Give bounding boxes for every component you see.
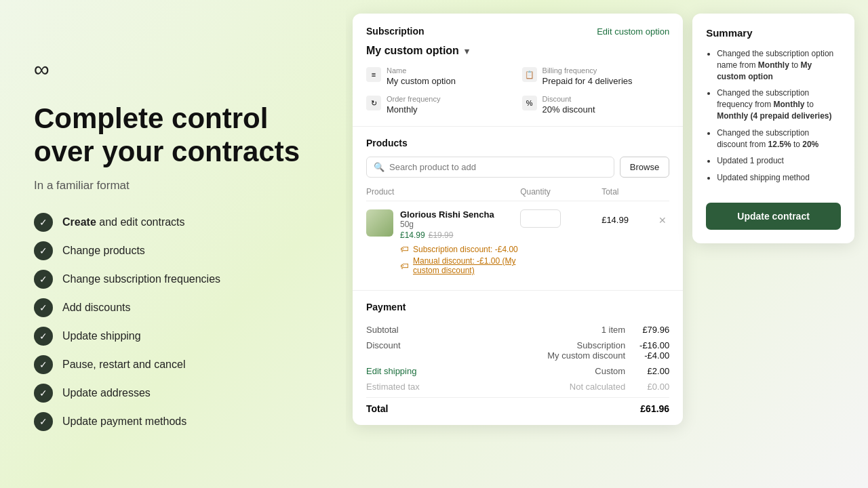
check-icon: ✓: [34, 412, 53, 431]
discount-text: Discount 20% discount: [542, 95, 595, 115]
subtotal-qty: 1 item: [399, 325, 632, 335]
name-icon: ≡: [366, 67, 381, 82]
update-contract-button[interactable]: Update contract: [706, 203, 841, 230]
billing-icon: 📋: [522, 67, 537, 82]
billing-text: Billing frequency Prepaid for 4 deliveri…: [542, 66, 633, 87]
check-icon: ✓: [34, 213, 53, 232]
right-area: Subscription Edit custom option My custo…: [346, 0, 868, 488]
discount-rows: 🏷 Subscription discount: -£4.00 🏷 Manual…: [400, 240, 520, 275]
logo: ∞: [34, 57, 312, 82]
search-box[interactable]: 🔍: [366, 157, 614, 178]
hero-subtitle: In a familiar format: [34, 179, 312, 192]
product-total: £14.99: [601, 209, 656, 225]
feature-label: Change products: [62, 245, 145, 257]
feature-item: ✓ Create and edit contracts: [34, 213, 312, 232]
manual-discount-icon: 🏷: [400, 261, 409, 271]
browse-button[interactable]: Browse: [620, 157, 669, 178]
payment-title: Payment: [366, 302, 669, 312]
discount-value: 20% discount: [542, 104, 595, 115]
feature-label: Update payment methods: [62, 415, 186, 428]
order-value: Monthly: [387, 104, 418, 115]
check-icon: ✓: [34, 327, 53, 346]
remove-product-button[interactable]: ✕: [656, 209, 669, 226]
discount-icon: %: [522, 96, 537, 110]
col-total: Total: [601, 187, 656, 197]
products-title: Products: [366, 138, 669, 148]
discount-amounts: -£16.00 -£4.00: [632, 340, 669, 361]
table-header: Product Quantity Total: [366, 187, 669, 201]
shipping-type: Custom: [416, 366, 632, 376]
option-selector[interactable]: My custom option ▾: [366, 45, 469, 57]
subscription-discount-row: 🏷 Subscription discount: -£4.00: [400, 244, 520, 254]
quantity-cell: 1: [520, 209, 601, 228]
billing-detail: 📋 Billing frequency Prepaid for 4 delive…: [522, 66, 670, 87]
product-prices: £14.99 £19.99: [400, 230, 520, 240]
tax-row: Estimated tax Not calculated £0.00: [366, 379, 669, 394]
hero-title: Complete control over your contracts: [34, 102, 312, 168]
subscription-discount-text: Subscription discount: -£4.00: [413, 245, 518, 254]
tax-amount: £0.00: [632, 382, 669, 392]
summary-item: Changed the subscription discount from 1…: [717, 127, 841, 150]
selected-option-label: My custom option: [366, 45, 459, 57]
search-row: 🔍 Browse: [366, 157, 669, 178]
subscription-section: Subscription Edit custom option My custo…: [353, 14, 683, 127]
edit-custom-option-link[interactable]: Edit custom option: [597, 26, 669, 37]
check-icon: ✓: [34, 355, 53, 374]
chevron-down-icon: ▾: [465, 46, 469, 56]
check-icon: ✓: [34, 241, 53, 260]
subscription-details: ≡ Name My custom option 📋 Billing freque…: [366, 66, 669, 115]
feature-label: Pause, restart and cancel: [62, 359, 185, 371]
left-panel: ∞ Complete control over your contracts I…: [0, 30, 346, 458]
subscription-header: Subscription Edit custom option: [366, 26, 669, 37]
product-variant: 50g: [400, 220, 520, 229]
feature-label: Update addresses: [62, 387, 151, 399]
products-section: Products 🔍 Browse Product Quantity Total: [353, 127, 683, 291]
billing-value: Prepaid for 4 deliveries: [542, 76, 633, 86]
discount-row: Discount Subscription My custom discount…: [366, 338, 669, 363]
manual-discount-row: 🏷 Manual discount: -£1.00 (My custom dis…: [400, 256, 520, 275]
discount-label: Discount: [366, 340, 401, 350]
main-card: Subscription Edit custom option My custo…: [353, 14, 683, 425]
billing-label: Billing frequency: [542, 66, 633, 75]
quantity-input[interactable]: 1: [520, 209, 561, 228]
product-details: Glorious Rishi Sencha 50g £14.99 £19.99 …: [400, 209, 520, 275]
search-input[interactable]: [389, 162, 607, 172]
name-text: Name My custom option: [387, 66, 456, 87]
feature-list: ✓ Create and edit contracts ✓ Change pro…: [34, 213, 312, 431]
payment-section: Payment Subtotal 1 item £79.96 Discount …: [353, 291, 683, 425]
tax-type: Not calculated: [420, 382, 632, 392]
name-value: My custom option: [387, 76, 456, 86]
discount-custom-amount: -£4.00: [632, 350, 669, 361]
summary-item: Changed the subscription option name fro…: [717, 48, 841, 82]
product-info: Glorious Rishi Sencha 50g £14.99 £19.99 …: [366, 209, 520, 275]
discount-mid: Subscription My custom discount: [401, 340, 633, 361]
product-row: Glorious Rishi Sencha 50g £14.99 £19.99 …: [366, 201, 669, 279]
subtotal-row: Subtotal 1 item £79.96: [366, 322, 669, 338]
discount-sub-amount: -£16.00: [632, 340, 669, 350]
product-thumbnail: [366, 209, 393, 237]
check-icon: ✓: [34, 384, 53, 403]
order-freq-icon: ↻: [366, 96, 381, 110]
summary-card: Summary Changed the subscription option …: [692, 14, 854, 243]
total-row: Total £61.96: [366, 397, 669, 414]
shipping-row: Edit shipping Custom £2.00: [366, 363, 669, 379]
summary-list: Changed the subscription option name fro…: [706, 48, 841, 184]
feature-item: ✓ Pause, restart and cancel: [34, 355, 312, 374]
total-amount: £61.96: [640, 403, 669, 414]
name-label: Name: [387, 66, 456, 75]
discount-detail: % Discount 20% discount: [522, 95, 670, 115]
discount-label: Discount: [542, 95, 595, 103]
shipping-amount: £2.00: [632, 366, 669, 376]
feature-item: ✓ Update payment methods: [34, 412, 312, 431]
edit-shipping-link[interactable]: Edit shipping: [366, 366, 416, 376]
manual-discount-link[interactable]: Manual discount: -£1.00 (My custom disco…: [413, 256, 520, 275]
total-label: Total: [366, 403, 388, 414]
order-freq-detail: ↻ Order frequency Monthly: [366, 95, 514, 115]
product-name: Glorious Rishi Sencha: [400, 209, 520, 220]
infinity-icon: ∞: [34, 57, 50, 81]
feature-item: ✓ Update addresses: [34, 384, 312, 403]
discount-tag-icon: 🏷: [400, 244, 409, 254]
tax-label: Estimated tax: [366, 382, 420, 392]
feature-label: Change subscription frequencies: [62, 273, 220, 285]
feature-label: Add discounts: [62, 302, 131, 314]
